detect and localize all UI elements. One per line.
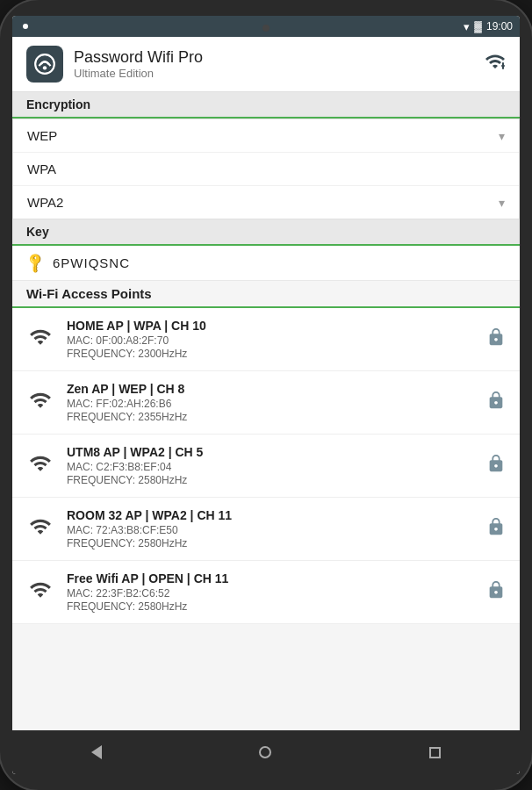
ap-wifi-icon-2 <box>26 452 54 479</box>
wpa2-arrow: ▾ <box>499 196 505 210</box>
ap-item-3[interactable]: ROOM 32 AP | WPA2 | CH 11 MAC: 72:A3:B8:… <box>12 498 520 561</box>
ap-freq-3: FREQUENCY: 2580HzHz <box>67 537 474 549</box>
ap-item-4[interactable]: Free Wifi AP | OPEN | CH 11 MAC: 22:3F:B… <box>12 561 520 624</box>
app-icon <box>26 46 63 83</box>
ap-info-3: ROOM 32 AP | WPA2 | CH 11 MAC: 72:A3:B8:… <box>67 508 474 549</box>
encryption-wpa2-option[interactable]: WPA2 ▾ <box>13 186 519 219</box>
ap-info-2: UTM8 AP | WPA2 | CH 5 MAC: C2:F3:B8:EF:0… <box>67 445 474 486</box>
ap-lock-icon-4[interactable] <box>486 580 506 604</box>
ap-mac-0: MAC: 0F:00:A8:2F:70 <box>67 334 474 347</box>
bottom-nav <box>12 730 520 774</box>
ap-mac-2: MAC: C2:F3:B8:EF:04 <box>67 461 474 473</box>
key-icon: 🔑 <box>23 251 47 276</box>
battery-icon: ▓ <box>474 20 482 32</box>
svg-point-1 <box>43 66 47 69</box>
encryption-dropdown[interactable]: WEP ▾ WPA WPA2 ▾ <box>12 118 520 219</box>
ap-wifi-icon-1 <box>26 389 54 416</box>
recents-button[interactable] <box>412 740 458 765</box>
ap-mac-3: MAC: 72:A3:B8:CF:E50 <box>67 524 474 536</box>
ap-item-1[interactable]: Zen AP | WEP | CH 8 MAC: FF:02:AH:26:B6 … <box>12 371 520 434</box>
ap-lock-icon-3[interactable] <box>486 517 506 541</box>
wep-arrow: ▾ <box>499 129 505 143</box>
wifi-section-label: Wi-Fi Access Points <box>12 281 520 308</box>
screen: ▾ ▓ 19:00 Password Wifi Pro Ultimate Edi… <box>12 16 520 774</box>
app-title: Password Wifi Pro <box>74 48 485 67</box>
ap-lock-icon-1[interactable] <box>486 391 506 414</box>
ap-mac-1: MAC: FF:02:AH:26:B6 <box>67 398 474 410</box>
app-subtitle: Ultimate Edition <box>74 67 485 80</box>
notification-dot <box>23 24 28 29</box>
device-frame: ▾ ▓ 19:00 Password Wifi Pro Ultimate Edi… <box>0 0 532 790</box>
svg-rect-3 <box>502 62 504 69</box>
ap-name-0: HOME AP | WPA | CH 10 <box>67 319 474 333</box>
ap-freq-1: FREQUENCY: 2355HzHz <box>67 411 474 423</box>
app-header: Password Wifi Pro Ultimate Edition <box>12 37 520 92</box>
ap-name-1: Zen AP | WEP | CH 8 <box>67 382 474 396</box>
status-time: 19:00 <box>486 20 513 32</box>
ap-item-0[interactable]: HOME AP | WPA | CH 10 MAC: 0F:00:A8:2F:7… <box>12 308 520 371</box>
wifi-add-icon[interactable] <box>485 51 506 77</box>
encryption-wep-option[interactable]: WEP ▾ <box>13 119 519 153</box>
front-camera <box>262 25 270 32</box>
key-label: Key <box>12 219 520 246</box>
ap-wifi-icon-4 <box>26 578 54 606</box>
ap-name-3: ROOM 32 AP | WPA2 | CH 11 <box>67 508 474 522</box>
main-content: Encryption WEP ▾ WPA WPA2 ▾ Key 🔑 6PWIQS… <box>12 92 520 730</box>
wpa2-label: WPA2 <box>27 195 63 210</box>
ap-freq-2: FREQUENCY: 2580HzHz <box>67 474 474 486</box>
ap-info-0: HOME AP | WPA | CH 10 MAC: 0F:00:A8:2F:7… <box>67 319 474 360</box>
ap-mac-4: MAC: 22:3F:B2:C6:52 <box>67 587 474 600</box>
ap-freq-0: FREQUENCY: 2300HzHz <box>67 348 474 360</box>
encryption-wpa-option[interactable]: WPA <box>13 153 519 186</box>
key-value: 6PWIQSNC <box>53 255 130 270</box>
ap-wifi-icon-3 <box>26 515 54 542</box>
ap-name-4: Free Wifi AP | OPEN | CH 11 <box>67 571 474 585</box>
key-row: 🔑 6PWIQSNC <box>12 246 520 281</box>
ap-name-2: UTM8 AP | WPA2 | CH 5 <box>67 445 474 459</box>
encryption-label: Encryption <box>12 92 520 118</box>
ap-lock-icon-2[interactable] <box>486 454 506 478</box>
wep-label: WEP <box>27 128 57 143</box>
home-button[interactable] <box>241 739 289 765</box>
ap-lock-icon-0[interactable] <box>486 327 506 351</box>
ap-info-4: Free Wifi AP | OPEN | CH 11 MAC: 22:3F:B… <box>67 571 474 613</box>
ap-freq-4: FREQUENCY: 2580HzHz <box>67 600 474 613</box>
back-button[interactable] <box>74 738 119 766</box>
ap-list: HOME AP | WPA | CH 10 MAC: 0F:00:A8:2F:7… <box>12 308 520 624</box>
ap-info-1: Zen AP | WEP | CH 8 MAC: FF:02:AH:26:B6 … <box>67 382 474 423</box>
app-title-block: Password Wifi Pro Ultimate Edition <box>74 48 485 80</box>
wifi-status-icon: ▾ <box>464 20 470 33</box>
ap-item-2[interactable]: UTM8 AP | WPA2 | CH 5 MAC: C2:F3:B8:EF:0… <box>12 434 520 498</box>
status-icons: ▾ ▓ 19:00 <box>464 20 513 33</box>
ap-wifi-icon-0 <box>26 326 54 353</box>
wpa-label: WPA <box>27 162 56 176</box>
svg-point-0 <box>35 54 54 74</box>
